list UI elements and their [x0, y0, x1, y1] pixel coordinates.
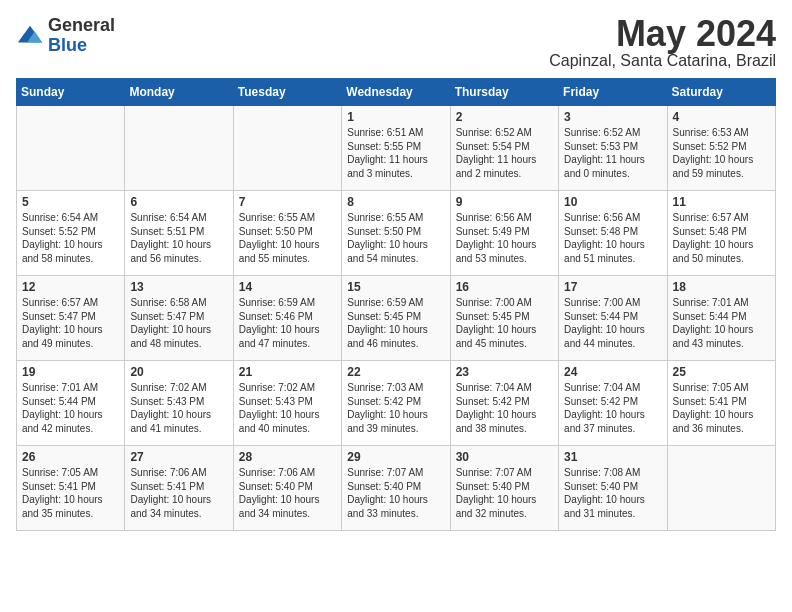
location-title: Capinzal, Santa Catarina, Brazil	[549, 52, 776, 70]
day-number: 18	[673, 280, 770, 294]
day-info: Sunrise: 7:07 AMSunset: 5:40 PMDaylight:…	[456, 466, 553, 520]
header-cell-thursday: Thursday	[450, 79, 558, 106]
day-number: 8	[347, 195, 444, 209]
day-info: Sunrise: 6:57 AMSunset: 5:47 PMDaylight:…	[22, 296, 119, 350]
header-row: SundayMondayTuesdayWednesdayThursdayFrid…	[17, 79, 776, 106]
day-number: 25	[673, 365, 770, 379]
calendar-table: SundayMondayTuesdayWednesdayThursdayFrid…	[16, 78, 776, 531]
day-info: Sunrise: 7:04 AMSunset: 5:42 PMDaylight:…	[456, 381, 553, 435]
day-cell: 31Sunrise: 7:08 AMSunset: 5:40 PMDayligh…	[559, 446, 667, 531]
header-cell-friday: Friday	[559, 79, 667, 106]
header-cell-sunday: Sunday	[17, 79, 125, 106]
day-number: 24	[564, 365, 661, 379]
day-cell: 26Sunrise: 7:05 AMSunset: 5:41 PMDayligh…	[17, 446, 125, 531]
day-cell: 23Sunrise: 7:04 AMSunset: 5:42 PMDayligh…	[450, 361, 558, 446]
header-cell-monday: Monday	[125, 79, 233, 106]
week-row-4: 26Sunrise: 7:05 AMSunset: 5:41 PMDayligh…	[17, 446, 776, 531]
day-cell	[17, 106, 125, 191]
day-info: Sunrise: 6:56 AMSunset: 5:48 PMDaylight:…	[564, 211, 661, 265]
day-number: 4	[673, 110, 770, 124]
day-number: 27	[130, 450, 227, 464]
day-cell: 11Sunrise: 6:57 AMSunset: 5:48 PMDayligh…	[667, 191, 775, 276]
day-cell: 30Sunrise: 7:07 AMSunset: 5:40 PMDayligh…	[450, 446, 558, 531]
day-info: Sunrise: 7:02 AMSunset: 5:43 PMDaylight:…	[130, 381, 227, 435]
day-info: Sunrise: 7:01 AMSunset: 5:44 PMDaylight:…	[673, 296, 770, 350]
day-number: 29	[347, 450, 444, 464]
day-cell: 22Sunrise: 7:03 AMSunset: 5:42 PMDayligh…	[342, 361, 450, 446]
day-cell: 27Sunrise: 7:06 AMSunset: 5:41 PMDayligh…	[125, 446, 233, 531]
day-info: Sunrise: 7:06 AMSunset: 5:41 PMDaylight:…	[130, 466, 227, 520]
title-area: May 2024 Capinzal, Santa Catarina, Brazi…	[549, 16, 776, 70]
day-cell: 12Sunrise: 6:57 AMSunset: 5:47 PMDayligh…	[17, 276, 125, 361]
header-cell-saturday: Saturday	[667, 79, 775, 106]
day-cell: 20Sunrise: 7:02 AMSunset: 5:43 PMDayligh…	[125, 361, 233, 446]
week-row-2: 12Sunrise: 6:57 AMSunset: 5:47 PMDayligh…	[17, 276, 776, 361]
day-cell: 29Sunrise: 7:07 AMSunset: 5:40 PMDayligh…	[342, 446, 450, 531]
week-row-3: 19Sunrise: 7:01 AMSunset: 5:44 PMDayligh…	[17, 361, 776, 446]
day-cell: 6Sunrise: 6:54 AMSunset: 5:51 PMDaylight…	[125, 191, 233, 276]
week-row-0: 1Sunrise: 6:51 AMSunset: 5:55 PMDaylight…	[17, 106, 776, 191]
day-number: 20	[130, 365, 227, 379]
logo: General Blue	[16, 16, 115, 56]
day-info: Sunrise: 6:55 AMSunset: 5:50 PMDaylight:…	[239, 211, 336, 265]
day-info: Sunrise: 6:59 AMSunset: 5:45 PMDaylight:…	[347, 296, 444, 350]
logo-icon	[16, 22, 44, 50]
day-info: Sunrise: 7:01 AMSunset: 5:44 PMDaylight:…	[22, 381, 119, 435]
day-info: Sunrise: 7:00 AMSunset: 5:45 PMDaylight:…	[456, 296, 553, 350]
day-number: 26	[22, 450, 119, 464]
day-number: 7	[239, 195, 336, 209]
day-number: 14	[239, 280, 336, 294]
day-info: Sunrise: 7:05 AMSunset: 5:41 PMDaylight:…	[673, 381, 770, 435]
day-cell: 16Sunrise: 7:00 AMSunset: 5:45 PMDayligh…	[450, 276, 558, 361]
day-cell: 21Sunrise: 7:02 AMSunset: 5:43 PMDayligh…	[233, 361, 341, 446]
day-info: Sunrise: 6:56 AMSunset: 5:49 PMDaylight:…	[456, 211, 553, 265]
day-cell: 18Sunrise: 7:01 AMSunset: 5:44 PMDayligh…	[667, 276, 775, 361]
day-cell	[233, 106, 341, 191]
day-number: 3	[564, 110, 661, 124]
day-info: Sunrise: 6:54 AMSunset: 5:52 PMDaylight:…	[22, 211, 119, 265]
day-number: 21	[239, 365, 336, 379]
day-cell: 5Sunrise: 6:54 AMSunset: 5:52 PMDaylight…	[17, 191, 125, 276]
month-title: May 2024	[549, 16, 776, 52]
day-number: 30	[456, 450, 553, 464]
day-cell	[667, 446, 775, 531]
logo-general: General	[48, 16, 115, 36]
day-cell: 17Sunrise: 7:00 AMSunset: 5:44 PMDayligh…	[559, 276, 667, 361]
day-info: Sunrise: 6:54 AMSunset: 5:51 PMDaylight:…	[130, 211, 227, 265]
day-info: Sunrise: 7:05 AMSunset: 5:41 PMDaylight:…	[22, 466, 119, 520]
day-info: Sunrise: 7:08 AMSunset: 5:40 PMDaylight:…	[564, 466, 661, 520]
day-info: Sunrise: 6:55 AMSunset: 5:50 PMDaylight:…	[347, 211, 444, 265]
day-number: 2	[456, 110, 553, 124]
day-info: Sunrise: 6:52 AMSunset: 5:53 PMDaylight:…	[564, 126, 661, 180]
day-number: 17	[564, 280, 661, 294]
day-info: Sunrise: 6:57 AMSunset: 5:48 PMDaylight:…	[673, 211, 770, 265]
day-cell: 1Sunrise: 6:51 AMSunset: 5:55 PMDaylight…	[342, 106, 450, 191]
day-number: 11	[673, 195, 770, 209]
header: General Blue May 2024 Capinzal, Santa Ca…	[16, 16, 776, 70]
day-cell: 14Sunrise: 6:59 AMSunset: 5:46 PMDayligh…	[233, 276, 341, 361]
day-cell: 28Sunrise: 7:06 AMSunset: 5:40 PMDayligh…	[233, 446, 341, 531]
logo-text: General Blue	[48, 16, 115, 56]
day-cell: 10Sunrise: 6:56 AMSunset: 5:48 PMDayligh…	[559, 191, 667, 276]
day-cell: 8Sunrise: 6:55 AMSunset: 5:50 PMDaylight…	[342, 191, 450, 276]
day-number: 28	[239, 450, 336, 464]
day-cell	[125, 106, 233, 191]
day-info: Sunrise: 7:07 AMSunset: 5:40 PMDaylight:…	[347, 466, 444, 520]
day-cell: 9Sunrise: 6:56 AMSunset: 5:49 PMDaylight…	[450, 191, 558, 276]
day-info: Sunrise: 7:04 AMSunset: 5:42 PMDaylight:…	[564, 381, 661, 435]
header-cell-wednesday: Wednesday	[342, 79, 450, 106]
day-info: Sunrise: 7:03 AMSunset: 5:42 PMDaylight:…	[347, 381, 444, 435]
day-number: 23	[456, 365, 553, 379]
day-number: 22	[347, 365, 444, 379]
day-number: 31	[564, 450, 661, 464]
header-cell-tuesday: Tuesday	[233, 79, 341, 106]
day-cell: 7Sunrise: 6:55 AMSunset: 5:50 PMDaylight…	[233, 191, 341, 276]
day-number: 10	[564, 195, 661, 209]
day-cell: 24Sunrise: 7:04 AMSunset: 5:42 PMDayligh…	[559, 361, 667, 446]
day-cell: 13Sunrise: 6:58 AMSunset: 5:47 PMDayligh…	[125, 276, 233, 361]
day-number: 12	[22, 280, 119, 294]
day-number: 1	[347, 110, 444, 124]
day-number: 19	[22, 365, 119, 379]
day-cell: 19Sunrise: 7:01 AMSunset: 5:44 PMDayligh…	[17, 361, 125, 446]
day-cell: 25Sunrise: 7:05 AMSunset: 5:41 PMDayligh…	[667, 361, 775, 446]
